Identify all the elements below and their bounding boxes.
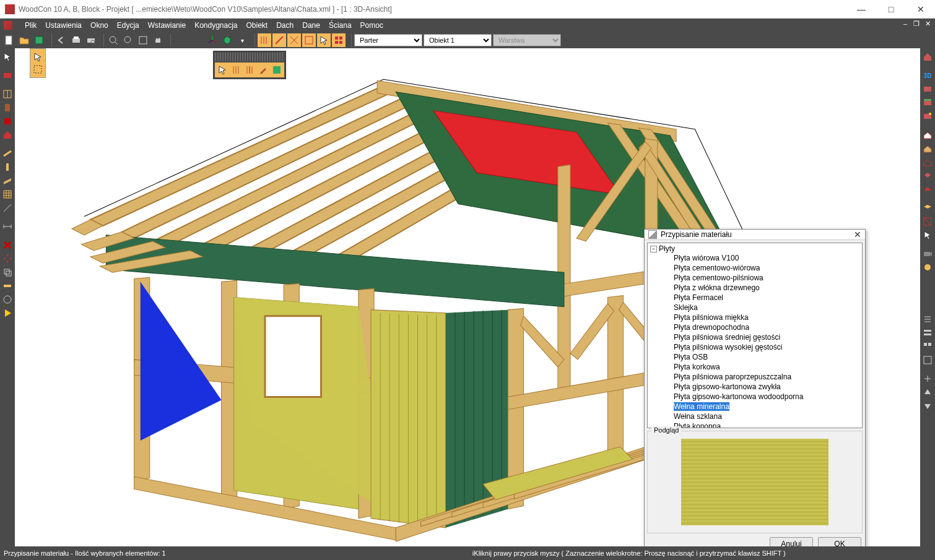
dropdown-button[interactable]: ▾	[235, 33, 249, 47]
toolbar-grip[interactable]	[215, 53, 284, 61]
play-tool[interactable]	[1, 307, 14, 319]
rtb-view2[interactable]	[921, 97, 934, 109]
tree-item[interactable]: Płyta wiórowa V100	[648, 253, 862, 263]
copy-tool[interactable]	[1, 266, 14, 278]
tree-root[interactable]: − Płyty	[648, 244, 862, 253]
zoom-out-button[interactable]	[121, 33, 135, 47]
mode-2-button[interactable]	[272, 33, 286, 47]
rtb-layer[interactable]	[921, 202, 934, 214]
tree-item[interactable]: Płyta cementowo-pilśniowa	[648, 273, 862, 283]
window-tool[interactable]	[1, 88, 14, 100]
tree-item[interactable]: Płyta OSB	[648, 352, 862, 362]
move-tool[interactable]	[1, 252, 14, 265]
house-tool[interactable]	[1, 129, 14, 141]
plate-tool[interactable]	[1, 174, 14, 187]
mode-4-button[interactable]	[302, 33, 316, 47]
tree-item[interactable]: Płyta gipsowo-kartonowa zwykła	[648, 382, 862, 392]
info-tool[interactable]	[1, 293, 14, 306]
rtb-list4[interactable]	[921, 354, 934, 366]
mode-6-button[interactable]	[332, 33, 346, 47]
dialog-close-button[interactable]: ✕	[854, 230, 861, 239]
print-button[interactable]	[69, 33, 83, 47]
menu-sciana[interactable]: Ściana	[329, 21, 352, 30]
rtb-house-frame[interactable]	[921, 156, 934, 168]
tree-item[interactable]: Płyta pilśniowa średniej gęstości	[648, 332, 862, 342]
menu-wstawianie[interactable]: Wstawianie	[148, 21, 186, 30]
open-file-button[interactable]	[17, 33, 31, 47]
close-button[interactable]: ✕	[911, 4, 930, 14]
dialog-titlebar[interactable]: Przypisanie materiału ✕	[645, 230, 865, 240]
tree-item[interactable]: Płyta z włókna drzewnego	[648, 283, 862, 293]
rtb-select[interactable]	[921, 229, 934, 241]
axis-button[interactable]	[206, 33, 219, 47]
measure-tool[interactable]	[1, 280, 14, 292]
wall-tool[interactable]	[1, 69, 14, 82]
rtb-section[interactable]	[921, 215, 934, 228]
floating-toolbar[interactable]	[213, 51, 286, 79]
float-brush[interactable]	[257, 64, 269, 76]
rtb-view1[interactable]	[921, 83, 934, 95]
maximize-button[interactable]: □	[882, 4, 900, 14]
tree-item[interactable]: Płyta drewnopochodna	[648, 322, 862, 332]
print-preview-button[interactable]	[84, 33, 98, 47]
dim-tool[interactable]	[1, 220, 14, 233]
grid-tool[interactable]	[1, 188, 14, 200]
new-file-button[interactable]	[2, 33, 16, 47]
mdi-restore[interactable]: ❐	[911, 20, 921, 30]
cancel-button[interactable]: Anuluj	[770, 537, 813, 546]
sec-select-rect[interactable]	[32, 64, 44, 75]
mdi-minimize[interactable]: –	[900, 20, 910, 30]
zoom-fit-button[interactable]	[136, 33, 150, 47]
float-bars1[interactable]	[230, 64, 242, 76]
rtb-view3[interactable]	[921, 110, 934, 123]
tree-item[interactable]: Płyta Fermacel	[648, 293, 862, 303]
rtb-house-wall[interactable]	[921, 142, 934, 155]
menu-edycja[interactable]: Edycja	[117, 21, 139, 30]
rtb-list3[interactable]	[921, 340, 934, 353]
mdi-close[interactable]: ✕	[923, 20, 933, 30]
menu-obiekt[interactable]: Obiekt	[246, 21, 268, 30]
post-tool[interactable]	[1, 161, 14, 173]
float-cursor[interactable]	[216, 64, 228, 76]
zoom-in-button[interactable]	[107, 33, 120, 47]
mode-5-button[interactable]	[317, 33, 331, 47]
tree-item[interactable]: Sklejka	[648, 303, 862, 312]
rtb-list2[interactable]	[921, 327, 934, 339]
sec-cursor[interactable]	[32, 51, 44, 62]
tree-item[interactable]: Płyta cementowo-wiórowa	[648, 263, 862, 273]
undo-button[interactable]	[54, 33, 68, 47]
rtb-roof[interactable]	[921, 183, 934, 196]
rtb-up[interactable]	[921, 386, 934, 398]
tree-item[interactable]: Płyta gipsowo-kartonowa wodoodporna	[648, 392, 862, 402]
rtb-3d[interactable]: 3D	[921, 69, 934, 82]
float-check[interactable]	[271, 64, 283, 76]
pan-button[interactable]	[151, 33, 165, 47]
cube-button[interactable]	[220, 33, 234, 47]
menu-ustawienia[interactable]: Ustawienia	[45, 21, 82, 30]
select-tool[interactable]	[1, 51, 14, 63]
rtb-cam[interactable]	[921, 248, 934, 260]
tree-item[interactable]: Płyta pilśniowa paroprzepuszczalna	[648, 372, 862, 382]
menu-pomoc[interactable]: Pomoc	[360, 21, 383, 30]
3d-viewport[interactable]: Przypisanie materiału ✕ − Płyty Płyta wi…	[15, 48, 920, 546]
menu-kondygnacja[interactable]: Kondygnacja	[194, 21, 237, 30]
menu-dane[interactable]: Dane	[302, 21, 320, 30]
floor-combo[interactable]: Parter	[354, 34, 422, 46]
mode-1-button[interactable]	[258, 33, 271, 47]
rtb-house-iso[interactable]	[921, 170, 934, 182]
rtb-down[interactable]	[921, 400, 934, 412]
red-tool[interactable]	[1, 115, 14, 127]
float-bars2[interactable]	[243, 64, 256, 76]
tree-item[interactable]: Płyta pilśniowa miękka	[648, 312, 862, 322]
rtb-render[interactable]	[921, 261, 934, 274]
tree-item-selected[interactable]: Wełna mineralna	[648, 402, 862, 411]
menu-dach[interactable]: Dach	[276, 21, 294, 30]
rtb-house-red[interactable]	[921, 129, 934, 141]
mode-3-button[interactable]	[287, 33, 301, 47]
rtb-plus[interactable]	[921, 373, 934, 385]
tree-item[interactable]: Wełna szklana	[648, 411, 862, 421]
door-tool[interactable]	[1, 101, 14, 114]
menu-plik[interactable]: Plik	[25, 21, 37, 30]
material-tree[interactable]: − Płyty Płyta wiórowa V100 Płyta cemento…	[647, 243, 863, 428]
minimize-button[interactable]: —	[852, 4, 871, 14]
